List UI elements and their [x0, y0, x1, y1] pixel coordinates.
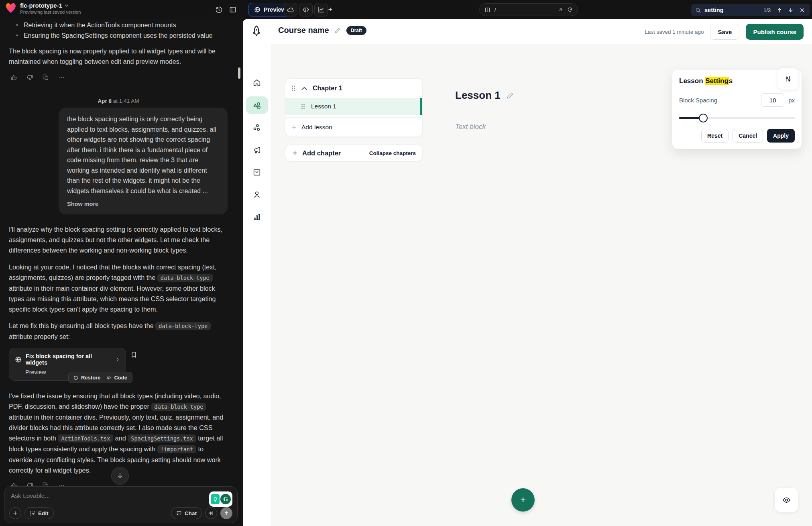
chat-scrollbar-thumb[interactable] [238, 67, 240, 79]
version-actions: Restore Code [68, 372, 132, 383]
url-bar[interactable]: / [479, 3, 578, 16]
draft-status-badge: Draft [346, 26, 366, 35]
slider-thumb[interactable] [699, 114, 708, 122]
show-more-link[interactable]: Show more [67, 199, 219, 210]
eye-icon [782, 496, 791, 504]
find-close-icon[interactable] [798, 6, 806, 14]
chat-panel: •Retrieving it when the ActionTools comp… [0, 19, 243, 526]
assistant-summary: The block spacing is now properly applie… [9, 46, 229, 67]
publish-course-button[interactable]: Publish course [746, 24, 804, 40]
send-button[interactable] [220, 507, 232, 519]
code-button[interactable]: Code [106, 375, 127, 381]
edit-mode-button[interactable]: Edit [24, 507, 54, 519]
copy-icon[interactable] [43, 74, 50, 81]
globe-icon [254, 6, 260, 13]
history-icon[interactable] [214, 5, 224, 14]
edit-lesson-title-icon[interactable] [507, 92, 514, 99]
chat-input[interactable]: Ask Lovable... G Edit Chat [4, 486, 238, 523]
nav-community[interactable] [246, 119, 268, 137]
topbar: flc-prototype-1 Previewing last saved ve… [0, 0, 812, 19]
version-title: Fix block spacing for all widgets [26, 353, 111, 366]
code-view-button[interactable] [299, 3, 313, 16]
collapse-chapters-button[interactable]: Collapse chapters [369, 150, 416, 156]
edit-select-icon [30, 510, 35, 516]
rocket-logo-icon[interactable] [250, 25, 263, 39]
refresh-icon[interactable] [567, 7, 573, 12]
list-item: •Retrieving it when the ActionTools comp… [16, 20, 225, 30]
list-item: •Ensuring the SpacingSettings component … [16, 31, 225, 41]
lightbulb-icon [211, 494, 220, 504]
new-tab-button[interactable]: + [324, 3, 336, 16]
project-menu[interactable]: flc-prototype-1 Previewing last saved ve… [6, 2, 81, 14]
grammarly-widget[interactable]: G [209, 491, 232, 507]
line-chart-icon [317, 6, 325, 13]
nav-commerce[interactable] [246, 163, 268, 181]
find-prev-icon[interactable] [775, 6, 784, 14]
settings-toggle-button[interactable] [777, 68, 798, 90]
drag-handle-icon[interactable] [291, 85, 296, 92]
timestamp: Apr 8 at 1:41 AM [0, 98, 237, 104]
code-icon [302, 6, 309, 13]
chapter-title: Chapter 1 [313, 85, 342, 92]
cloud-button[interactable] [284, 3, 297, 16]
find-query[interactable]: setting [704, 7, 760, 13]
find-next-icon[interactable] [787, 6, 795, 14]
nav-marketing[interactable] [246, 141, 268, 159]
find-count: 1/3 [763, 7, 771, 13]
chevron-right-icon [115, 357, 120, 362]
chat-bubble-icon [176, 510, 182, 516]
apply-button[interactable]: Apply [767, 129, 795, 143]
nav-content[interactable] [246, 96, 268, 114]
chat-input-placeholder[interactable]: Ask Lovable... [11, 492, 231, 499]
plus-icon [292, 150, 298, 156]
home-icon [252, 78, 261, 87]
app-canvas: Chapter 1 Lesson 1 Add lesson Add chapte… [271, 44, 812, 526]
reset-button[interactable]: Reset [701, 129, 729, 143]
lesson-page-title: Lesson 1 [455, 89, 501, 102]
block-spacing-input[interactable] [761, 93, 784, 107]
last-saved-text: Last saved 1 minute ago [645, 29, 704, 35]
save-button[interactable]: Save [710, 24, 739, 40]
search-icon [695, 7, 701, 13]
add-chapter-button[interactable]: Add chapter [292, 149, 341, 157]
add-lesson-button[interactable]: Add lesson [285, 117, 422, 137]
more-icon[interactable] [59, 74, 66, 81]
nav-profile[interactable] [246, 186, 268, 203]
url-path: / [495, 7, 554, 13]
drag-handle-icon[interactable] [301, 103, 305, 110]
lesson-item-selected[interactable]: Lesson 1 [285, 98, 422, 115]
chevron-down-icon [65, 4, 69, 7]
add-chapter-card: Add chapter Collapse chapters [285, 145, 423, 161]
cancel-button[interactable]: Cancel [733, 129, 763, 143]
text-block-placeholder[interactable]: Text block [455, 123, 486, 131]
chat-mode-button[interactable]: Chat [171, 507, 202, 519]
megaphone-icon [252, 145, 262, 155]
sliders-icon [784, 75, 792, 83]
app-header: Course name Draft Last saved 1 minute ag… [243, 19, 812, 44]
bookmark-icon[interactable] [130, 351, 137, 359]
community-circles-icon [252, 123, 261, 132]
cloud-icon [287, 6, 294, 13]
add-block-fab[interactable]: + [511, 488, 535, 512]
globe-icon [15, 356, 22, 363]
chevron-up-icon[interactable] [301, 87, 307, 90]
plus-icon [291, 124, 297, 130]
attach-plus-button[interactable] [9, 507, 21, 519]
project-name: flc-prototype-1 [20, 2, 62, 9]
assistant-paragraph: Looking at your code, I noticed that the… [9, 262, 229, 314]
edit-course-title-icon[interactable] [334, 27, 341, 34]
thumbs-down-icon[interactable] [26, 74, 34, 81]
message-actions [10, 74, 66, 81]
voice-input-icon[interactable] [205, 507, 217, 519]
preview-eye-button[interactable] [775, 488, 798, 512]
thumbs-up-icon[interactable] [10, 74, 18, 81]
open-external-icon[interactable] [558, 7, 563, 12]
restore-button[interactable]: Restore [73, 375, 100, 381]
panel-toggle-icon[interactable] [228, 5, 238, 14]
scroll-to-bottom-button[interactable] [111, 467, 129, 485]
block-spacing-slider[interactable] [679, 114, 795, 122]
user-message: the block spacing setting is only correc… [59, 108, 228, 214]
find-bar[interactable]: setting 1/3 [691, 4, 810, 16]
nav-analytics[interactable] [246, 208, 268, 226]
nav-home[interactable] [246, 74, 268, 92]
